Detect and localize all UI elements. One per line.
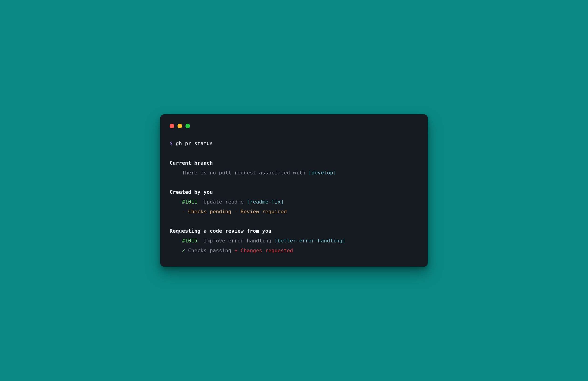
pr-branch: [better-error-handling]	[274, 238, 345, 244]
maximize-icon[interactable]	[186, 124, 190, 128]
checks-passing-text: Checks passing	[185, 248, 234, 253]
check-mark-icon: ✓	[182, 248, 185, 253]
prompt-symbol: $	[169, 140, 173, 146]
changes-requested-text: Changes requested	[237, 248, 293, 253]
terminal-output: $ gh pr status Current branch There is n…	[169, 139, 419, 256]
section-heading-current-branch: Current branch	[169, 160, 213, 166]
pr-title: Improve error handling	[204, 238, 275, 244]
section-heading-created-by-you: Created by you	[169, 189, 213, 195]
command-text: gh pr status	[176, 140, 213, 146]
minimize-icon[interactable]	[178, 124, 182, 128]
window-controls	[169, 124, 419, 128]
changes-mark: +	[234, 248, 237, 253]
pr-title: Update readme	[204, 199, 247, 205]
pr-number: #1011	[182, 199, 197, 205]
pr-branch: [readme-fix]	[247, 199, 284, 205]
terminal-window: $ gh pr status Current branch There is n…	[160, 114, 428, 267]
pr-number: #1015	[182, 238, 197, 244]
close-icon[interactable]	[169, 124, 174, 128]
current-branch-name: [develop]	[308, 170, 336, 176]
current-branch-message: There is no pull request associated with	[182, 170, 308, 176]
section-heading-requesting-review: Requesting a code review from you	[169, 228, 272, 234]
pr-status-line: - Checks pending - Review required	[182, 209, 287, 215]
